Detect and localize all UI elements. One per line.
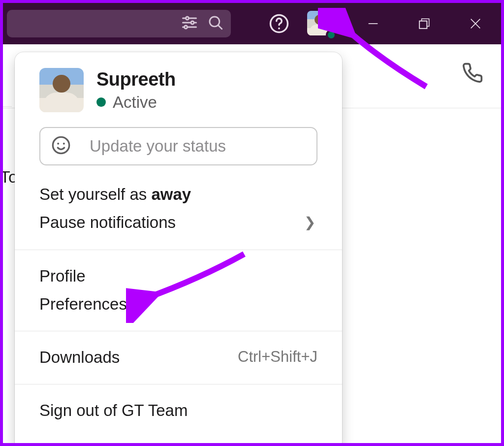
svg-line-7	[219, 26, 222, 29]
profile-item[interactable]: Profile	[39, 262, 317, 290]
titlebar	[3, 3, 501, 44]
search-icon[interactable]	[207, 14, 224, 33]
maximize-button[interactable]	[399, 3, 450, 44]
svg-rect-12	[419, 21, 427, 29]
svg-point-16	[53, 137, 69, 153]
menu-item-label: Downloads	[39, 347, 120, 367]
presence-indicator-icon	[96, 97, 106, 107]
svg-point-18	[63, 143, 65, 145]
search-box[interactable]	[7, 10, 231, 37]
help-icon[interactable]	[269, 13, 289, 34]
svg-point-3	[191, 21, 194, 24]
menu-item-label: Pause notifications	[39, 212, 176, 232]
window-controls	[347, 3, 501, 44]
call-icon[interactable]	[462, 62, 483, 86]
svg-point-5	[185, 26, 188, 29]
set-away-item[interactable]: Set yourself as away	[39, 180, 317, 208]
menu-item-label: Preferences	[39, 294, 127, 314]
user-menu-header: Supreeth Active	[15, 52, 342, 122]
user-avatar-button[interactable]	[307, 11, 334, 37]
svg-point-9	[278, 28, 280, 30]
minimize-button[interactable]	[347, 3, 399, 44]
presence-indicator-icon	[326, 30, 337, 40]
sign-out-item[interactable]: Sign out of GT Team	[39, 396, 317, 424]
menu-item-label: Set yourself as away	[39, 184, 191, 204]
svg-point-1	[186, 17, 189, 20]
chevron-right-icon: ❯	[304, 214, 315, 231]
smile-icon[interactable]	[51, 135, 71, 157]
avatar	[39, 68, 84, 112]
preferences-item[interactable]: Preferences	[39, 290, 317, 318]
menu-item-label: Profile	[39, 266, 86, 286]
user-menu: Supreeth Active Set yourself as away Pau…	[15, 52, 342, 446]
svg-point-17	[57, 143, 59, 145]
filter-icon[interactable]	[181, 14, 198, 33]
close-button[interactable]	[450, 3, 501, 44]
user-status-text: Active	[113, 93, 157, 112]
menu-item-label: Sign out of GT Team	[39, 400, 188, 420]
status-text-field[interactable]	[90, 137, 306, 156]
keyboard-shortcut: Ctrl+Shift+J	[238, 348, 317, 367]
user-name: Supreeth	[96, 69, 176, 90]
downloads-item[interactable]: Downloads Ctrl+Shift+J	[39, 343, 317, 371]
pause-notifications-item[interactable]: Pause notifications ❯	[39, 208, 317, 236]
status-input[interactable]	[39, 127, 317, 165]
